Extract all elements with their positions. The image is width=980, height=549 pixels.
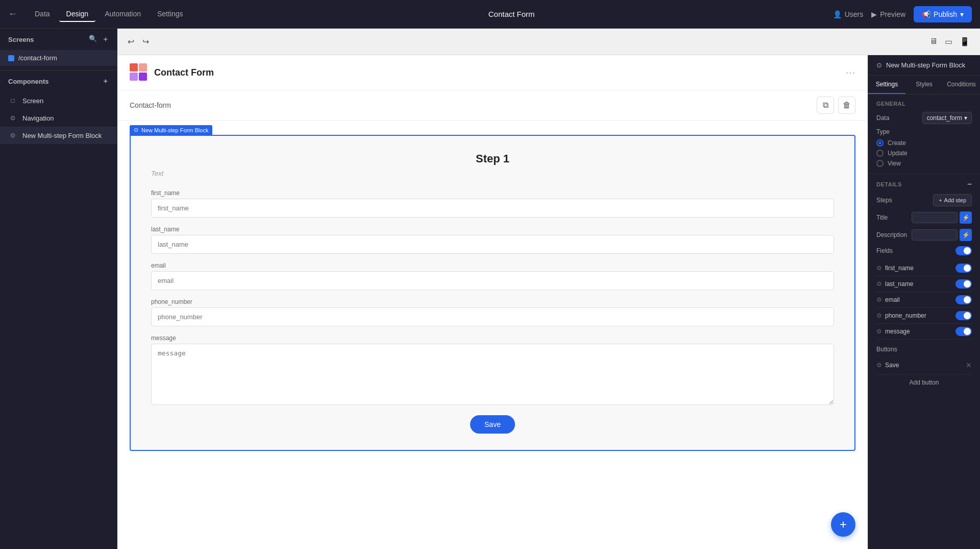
panel-header-icon: ⊙ [876, 61, 882, 69]
svg-rect-0 [130, 63, 138, 71]
fields-label: Fields [876, 247, 893, 254]
screens-title: Screens [8, 36, 34, 43]
component-navigation[interactable]: ⊙ Navigation [0, 109, 117, 127]
field-toggle-message[interactable] [955, 327, 972, 336]
gear-icon-phone[interactable]: ⚙ [876, 312, 882, 319]
field-label-last-name: last_name [151, 226, 834, 233]
field-toggle-phone[interactable] [955, 311, 972, 320]
screen-item-contact-form[interactable]: /contact-form [0, 50, 117, 66]
gear-icon-first-name[interactable]: ⚙ [876, 265, 882, 272]
textarea-message[interactable] [151, 344, 834, 405]
input-email[interactable] [151, 271, 834, 290]
input-phone[interactable] [151, 307, 834, 326]
field-label-phone: phone_number [151, 298, 834, 305]
panel-tabs: Settings Styles Conditions [868, 76, 980, 94]
gear-icon-last-name[interactable]: ⚙ [876, 280, 882, 288]
add-component-icon[interactable]: ＋ [102, 77, 109, 86]
page-title: Contact Form [190, 10, 833, 18]
form-block-component-icon: ⊙ [8, 131, 17, 140]
radio-view[interactable]: View [876, 160, 972, 167]
screen-component-icon: □ [8, 96, 17, 105]
tab-settings[interactable]: Settings [150, 7, 190, 22]
add-screen-icon[interactable]: ＋ [102, 35, 109, 44]
input-last-name[interactable] [151, 235, 834, 254]
tab-styles[interactable]: Styles [905, 76, 943, 94]
description-lightning-button[interactable]: ⚡ [960, 229, 972, 241]
svg-rect-3 [139, 73, 147, 81]
data-row: Data contact_form ▾ [876, 112, 972, 124]
undo-icon[interactable]: ↩ [126, 35, 136, 49]
type-radio-group: Create Update View [876, 139, 972, 167]
input-first-name[interactable] [151, 199, 834, 218]
preview-button[interactable]: ▶ Preview [871, 10, 905, 18]
search-icon[interactable]: 🔍 [89, 35, 97, 44]
button-item-save: ⚙ Save ✕ [876, 358, 972, 372]
tab-design[interactable]: Design [59, 7, 96, 22]
field-toggle-email[interactable] [955, 295, 972, 304]
title-input[interactable] [912, 212, 958, 223]
gear-icon-save-button[interactable]: ⚙ [876, 362, 882, 369]
gear-icon-email[interactable]: ⚙ [876, 296, 882, 303]
add-step-label: Add step [944, 197, 966, 203]
data-dropdown[interactable]: contact_form ▾ [922, 112, 972, 124]
fields-toggle[interactable] [955, 246, 972, 255]
title-label: Title [876, 214, 888, 221]
type-label: Type [876, 128, 890, 135]
preview-icon: ▶ [871, 10, 877, 18]
radio-update-circle [876, 150, 884, 157]
screen-dot [8, 55, 14, 61]
fab-button[interactable]: + [831, 512, 855, 537]
form-save-button[interactable]: Save [470, 415, 515, 434]
chevron-down-icon: ▾ [964, 114, 967, 122]
publish-button[interactable]: 📢 Publish ▾ [914, 6, 972, 22]
delete-icon[interactable]: 🗑 [838, 97, 855, 114]
copy-icon[interactable]: ⧉ [817, 97, 834, 114]
gear-icon-message[interactable]: ⚙ [876, 328, 882, 335]
radio-update[interactable]: Update [876, 150, 972, 157]
desktop-icon[interactable]: 🖥 [927, 35, 940, 49]
tablet-icon[interactable]: ▭ [943, 35, 954, 49]
mobile-icon[interactable]: 📱 [958, 35, 972, 49]
tab-automation[interactable]: Automation [97, 7, 148, 22]
tab-data[interactable]: Data [28, 7, 57, 22]
title-lightning-button[interactable]: ⚡ [960, 211, 972, 224]
form-block[interactable]: Step 1 Text first_name last_name [130, 135, 855, 451]
publish-icon: 📢 [922, 10, 930, 18]
field-name-message: message [885, 328, 910, 335]
tab-conditions[interactable]: Conditions [943, 76, 980, 94]
buttons-section-row: Buttons [876, 346, 972, 353]
users-button[interactable]: 👤 Users [833, 10, 864, 18]
data-label: Data [876, 114, 889, 122]
screens-header: Screens 🔍 ＋ [0, 29, 117, 50]
form-action-icons: ⧉ 🗑 [817, 97, 855, 114]
remove-save-button[interactable]: ✕ [966, 361, 972, 369]
component-screen-label: Screen [22, 97, 43, 105]
field-name-phone: phone_number [885, 312, 926, 319]
step-title: Step 1 [151, 152, 834, 165]
field-name-first-name: first_name [885, 265, 914, 272]
page-header-bar: Contact Form ⋯ [117, 55, 868, 90]
field-toggle-last-name[interactable] [955, 279, 972, 289]
canvas-area: Contact Form ⋯ Contact-form ⧉ 🗑 [117, 55, 868, 549]
field-name-last-name: last_name [885, 280, 913, 288]
header-dots-icon[interactable]: ⋯ [845, 66, 855, 79]
add-button-row[interactable]: Add button [876, 374, 972, 390]
field-toggle-first-name[interactable] [955, 264, 972, 273]
description-input[interactable] [912, 229, 958, 241]
tab-settings[interactable]: Settings [868, 76, 905, 94]
field-item-first-name: ⚙ first_name [876, 260, 972, 276]
back-button[interactable]: ← [8, 9, 17, 19]
radio-create[interactable]: Create [876, 139, 972, 147]
form-label-row: Contact-form ⧉ 🗑 [117, 90, 868, 121]
component-screen[interactable]: □ Screen [0, 92, 117, 109]
device-icons: 🖥 ▭ 📱 [927, 35, 972, 49]
add-step-button[interactable]: + Add step [933, 194, 972, 206]
panel-header: ⊙ New Multi-step Form Block [868, 55, 980, 76]
redo-icon[interactable]: ↪ [140, 35, 151, 49]
form-label: Contact-form [130, 101, 171, 109]
field-message: message [151, 335, 834, 407]
component-form-block[interactable]: ⊙ New Multi-step Form Block [0, 127, 117, 144]
collapse-icon[interactable]: − [967, 180, 972, 189]
description-row: Description ⚡ [876, 229, 972, 241]
svg-rect-1 [139, 63, 147, 71]
